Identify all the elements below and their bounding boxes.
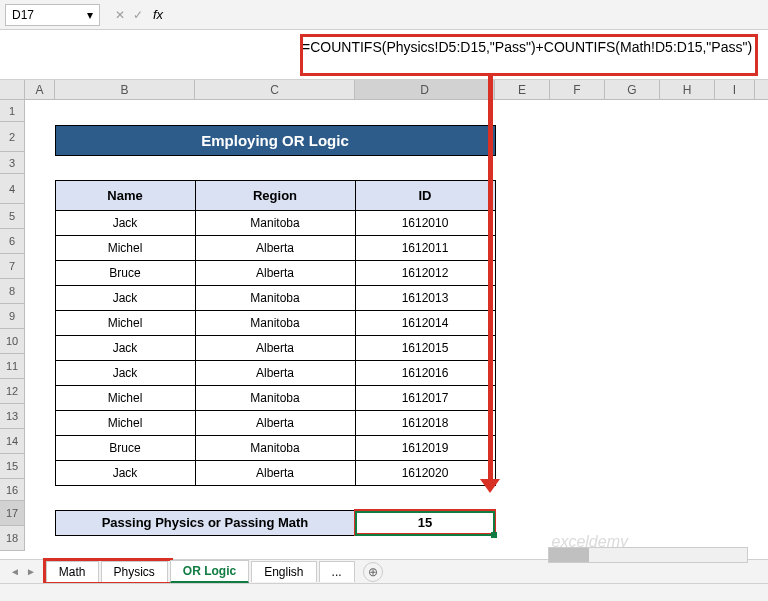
table-row: Michel Manitoba 1612014 (25, 310, 495, 335)
cell-region[interactable]: Manitoba (195, 285, 355, 310)
fx-label[interactable]: fx (153, 7, 163, 22)
formula-bar[interactable]: =COUNTIFS(Physics!D5:D15,"Pass")+COUNTIF… (0, 30, 768, 80)
row-header-3[interactable]: 3 (0, 152, 25, 174)
cell-id[interactable]: 1612020 (355, 460, 495, 485)
col-header-E[interactable]: E (495, 80, 550, 99)
cell-id[interactable]: 1612013 (355, 285, 495, 310)
table-row: Bruce Alberta 1612012 (25, 260, 495, 285)
cell-name[interactable]: Jack (55, 460, 195, 485)
col-header-D[interactable]: D (355, 80, 495, 99)
scrollbar-thumb[interactable] (549, 548, 589, 562)
header-region[interactable]: Region (195, 180, 355, 210)
cell-area[interactable]: Employing OR Logic Name Region ID Jack M… (25, 100, 768, 560)
spreadsheet-grid: ABCDEFGHI 123456789101112131415161718 Em… (0, 80, 768, 560)
row-header-13[interactable]: 13 (0, 404, 25, 429)
cell-region[interactable]: Manitoba (195, 435, 355, 460)
add-sheet-icon[interactable]: ⊕ (363, 562, 383, 582)
row-header-2[interactable]: 2 (0, 122, 25, 152)
column-headers: ABCDEFGHI (0, 80, 768, 100)
cell-name[interactable]: Michel (55, 310, 195, 335)
cell-id[interactable]: 1612018 (355, 410, 495, 435)
table-row: Jack Alberta 1612016 (25, 360, 495, 385)
sheet-tabs-bar: ◄ ► Math Physics OR Logic English ... ⊕ (0, 559, 768, 583)
header-name[interactable]: Name (55, 180, 195, 210)
name-box-bar: D17 ▾ ✕ ✓ fx (0, 0, 768, 30)
cell-id[interactable]: 1612010 (355, 210, 495, 235)
row-header-7[interactable]: 7 (0, 254, 25, 279)
tab-nav[interactable]: ◄ ► (10, 566, 36, 577)
nav-prev-icon[interactable]: ◄ (10, 566, 20, 577)
cell-name[interactable]: Bruce (55, 435, 195, 460)
row-header-4[interactable]: 4 (0, 174, 25, 204)
cell-name[interactable]: Jack (55, 360, 195, 385)
row-header-16[interactable]: 16 (0, 479, 25, 501)
data-table: Employing OR Logic Name Region ID Jack M… (25, 100, 496, 560)
row-header-6[interactable]: 6 (0, 229, 25, 254)
row-header-14[interactable]: 14 (0, 429, 25, 454)
row-header-12[interactable]: 12 (0, 379, 25, 404)
cell-region[interactable]: Alberta (195, 335, 355, 360)
nav-next-icon[interactable]: ► (26, 566, 36, 577)
row-header-15[interactable]: 15 (0, 454, 25, 479)
cell-id[interactable]: 1612016 (355, 360, 495, 385)
cell-region[interactable]: Alberta (195, 410, 355, 435)
cell-region[interactable]: Alberta (195, 235, 355, 260)
row-header-8[interactable]: 8 (0, 279, 25, 304)
tab-math[interactable]: Math (46, 561, 99, 582)
tab-physics[interactable]: Physics (101, 561, 168, 582)
title-cell[interactable]: Employing OR Logic (55, 125, 495, 155)
formula-text: =COUNTIFS(Physics!D5:D15,"Pass")+COUNTIF… (12, 38, 752, 58)
col-header-F[interactable]: F (550, 80, 605, 99)
cell-id[interactable]: 1612015 (355, 335, 495, 360)
summary-label[interactable]: Passing Physics or Passing Math (55, 510, 355, 535)
col-header-B[interactable]: B (55, 80, 195, 99)
table-row: Jack Manitoba 1612010 (25, 210, 495, 235)
cell-name[interactable]: Michel (55, 385, 195, 410)
cell-name[interactable]: Jack (55, 335, 195, 360)
tab-english[interactable]: English (251, 561, 316, 582)
cell-id[interactable]: 1612017 (355, 385, 495, 410)
table-row: Jack Alberta 1612020 (25, 460, 495, 485)
tab-or-logic[interactable]: OR Logic (170, 560, 249, 583)
col-header-A[interactable]: A (25, 80, 55, 99)
cell-name[interactable]: Michel (55, 235, 195, 260)
name-box-value: D17 (12, 8, 34, 22)
cell-name[interactable]: Jack (55, 285, 195, 310)
cell-name[interactable]: Jack (55, 210, 195, 235)
dropdown-icon[interactable]: ▾ (87, 8, 93, 22)
row-headers: 123456789101112131415161718 (0, 100, 25, 551)
cell-id[interactable]: 1612011 (355, 235, 495, 260)
cell-region[interactable]: Manitoba (195, 310, 355, 335)
col-header-I[interactable]: I (715, 80, 755, 99)
row-header-1[interactable]: 1 (0, 100, 25, 122)
tab-more[interactable]: ... (319, 561, 355, 582)
horizontal-scrollbar[interactable] (548, 547, 748, 563)
row-header-17[interactable]: 17 (0, 501, 25, 526)
cell-region[interactable]: Manitoba (195, 210, 355, 235)
table-row: Jack Manitoba 1612013 (25, 285, 495, 310)
summary-value[interactable]: 15 (355, 510, 495, 535)
table-row: Michel Alberta 1612018 (25, 410, 495, 435)
name-box[interactable]: D17 ▾ (5, 4, 100, 26)
cell-region[interactable]: Manitoba (195, 385, 355, 410)
cell-region[interactable]: Alberta (195, 360, 355, 385)
col-header-H[interactable]: H (660, 80, 715, 99)
cell-name[interactable]: Michel (55, 410, 195, 435)
confirm-icon[interactable]: ✓ (133, 8, 143, 22)
row-header-10[interactable]: 10 (0, 329, 25, 354)
header-id[interactable]: ID (355, 180, 495, 210)
cell-region[interactable]: Alberta (195, 460, 355, 485)
row-header-9[interactable]: 9 (0, 304, 25, 329)
cancel-icon[interactable]: ✕ (115, 8, 125, 22)
cell-id[interactable]: 1612019 (355, 435, 495, 460)
col-header-C[interactable]: C (195, 80, 355, 99)
cell-id[interactable]: 1612014 (355, 310, 495, 335)
col-header-G[interactable]: G (605, 80, 660, 99)
cell-name[interactable]: Bruce (55, 260, 195, 285)
row-header-11[interactable]: 11 (0, 354, 25, 379)
cell-id[interactable]: 1612012 (355, 260, 495, 285)
select-all-corner[interactable] (0, 80, 25, 99)
row-header-5[interactable]: 5 (0, 204, 25, 229)
row-header-18[interactable]: 18 (0, 526, 25, 551)
cell-region[interactable]: Alberta (195, 260, 355, 285)
